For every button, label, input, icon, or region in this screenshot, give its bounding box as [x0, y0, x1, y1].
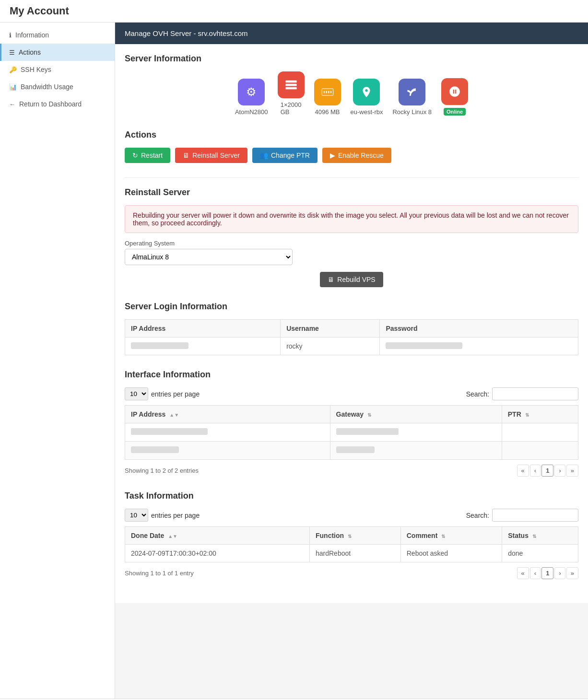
restart-button[interactable]: ↻ Restart — [125, 148, 170, 163]
ptr-icon: 👥 — [260, 152, 268, 159]
sidebar-item-dashboard[interactable]: ← Return to Dashboard — [0, 95, 115, 113]
task-col-function: Function ⇅ — [309, 527, 400, 545]
blur-gw-2 — [336, 446, 375, 453]
storage-icon-box — [278, 71, 305, 98]
sidebar-label-ssh-keys: SSH Keys — [21, 66, 51, 73]
storage-label: 1×2000GB — [281, 101, 302, 116]
task-comment: Reboot asked — [400, 545, 502, 562]
task-table-controls: 10 25 50 entries per page Search: — [125, 509, 578, 522]
rebuild-icon: 🖥 — [328, 276, 334, 283]
actions-buttons: ↻ Restart 🖥 Reinstall Server 👥 Change PT… — [125, 148, 578, 163]
task-page-nav: « ‹ 1 › » — [517, 567, 578, 579]
svg-rect-7 — [330, 91, 331, 93]
task-page-last[interactable]: » — [566, 567, 578, 579]
task-pagination-info: Showing 1 to 1 of 1 entry — [125, 570, 194, 577]
task-entries-label: entries per page — [151, 512, 200, 519]
server-icons: ⚙ AtomN2800 1×2000GB — [125, 71, 578, 116]
interface-col-ip: IP Address ▲▼ — [125, 406, 330, 423]
table-row — [125, 442, 578, 460]
interface-table-controls: 10 25 50 entries per page Search: — [125, 387, 578, 400]
icon-location: eu-west-rbx — [351, 79, 383, 116]
task-page-1[interactable]: 1 — [541, 567, 553, 579]
interface-entries-dropdown[interactable]: 10 25 50 — [125, 387, 148, 400]
login-info-title: Server Login Information — [125, 302, 578, 312]
task-entries-dropdown[interactable]: 10 25 50 — [125, 509, 148, 522]
key-icon: 🔑 — [9, 66, 17, 73]
interface-search-input[interactable] — [492, 387, 578, 400]
sidebar-label-bandwidth: Bandwidth Usage — [21, 83, 73, 91]
os-icon-box — [399, 79, 425, 105]
os-label: Operating System — [125, 240, 578, 247]
task-search-box: Search: — [466, 509, 578, 522]
page-header: Manage OVH Server - srv.ovhtest.com — [115, 23, 588, 44]
login-info-table: IP Address Username Password rocky — [125, 319, 578, 355]
task-page-next[interactable]: › — [554, 567, 565, 579]
sidebar-item-ssh-keys[interactable]: 🔑 SSH Keys — [0, 61, 115, 78]
login-info-section: Server Login Information IP Address User… — [125, 302, 578, 355]
interface-row1-ip — [125, 423, 330, 442]
rebuild-vps-button[interactable]: 🖥 Rebuild VPS — [320, 272, 383, 287]
table-row: 2024-07-09T17:00:30+02:00 hardReboot Reb… — [125, 545, 578, 562]
interface-entries-label: entries per page — [151, 390, 200, 398]
enable-rescue-button[interactable]: ▶ Enable Rescue — [322, 148, 391, 163]
svg-rect-2 — [285, 87, 296, 90]
icon-ram: 4096 MB — [314, 79, 341, 116]
icon-status: Online — [441, 78, 468, 116]
sidebar-item-actions[interactable]: ☰ Actions — [0, 44, 115, 61]
sidebar-item-information[interactable]: ℹ Information — [0, 26, 115, 44]
svg-rect-4 — [323, 91, 324, 93]
online-badge: Online — [444, 108, 466, 116]
reinstall-server-button[interactable]: 🖥 Reinstall Server — [175, 148, 247, 163]
reinstall-title: Reinstall Server — [125, 187, 578, 198]
task-info-title: Task Information — [125, 491, 578, 501]
reinstall-section: Reinstall Server Rebuilding your server … — [125, 187, 578, 287]
os-form-group: Operating System AlmaLinux 8 Ubuntu 22.0… — [125, 240, 578, 265]
task-col-done-date: Done Date ▲▼ — [125, 527, 310, 545]
sort-icon-ptr: ⇅ — [525, 412, 529, 418]
interface-page-last[interactable]: » — [566, 465, 578, 477]
sort-status: ⇅ — [532, 534, 536, 539]
task-search-input[interactable] — [492, 509, 578, 522]
login-ip-cell — [125, 338, 281, 355]
interface-search-box: Search: — [466, 387, 578, 400]
sort-icon-gateway: ⇅ — [367, 412, 371, 418]
restart-icon: ↻ — [132, 152, 138, 159]
sidebar-item-bandwidth[interactable]: 📊 Bandwidth Usage — [0, 78, 115, 95]
icon-os: Rocky Linux 8 — [392, 79, 432, 116]
task-status: done — [502, 545, 578, 562]
interface-row2-gateway — [330, 442, 502, 460]
interface-page-1[interactable]: 1 — [541, 465, 553, 477]
task-col-status: Status ⇅ — [502, 527, 578, 545]
svg-rect-6 — [328, 91, 329, 93]
atom-icon-box: ⚙ — [238, 79, 265, 105]
rescue-icon: ▶ — [330, 152, 335, 159]
interface-page-first[interactable]: « — [517, 465, 529, 477]
atom-label: AtomN2800 — [235, 108, 268, 116]
task-table: Done Date ▲▼ Function ⇅ Comment ⇅ — [125, 526, 578, 562]
task-done-date: 2024-07-09T17:00:30+02:00 — [125, 545, 310, 562]
blurred-password — [386, 342, 462, 349]
sidebar-label-dashboard: Return to Dashboard — [19, 100, 82, 108]
interface-row1-gateway — [330, 423, 502, 442]
interface-pagination-info: Showing 1 to 2 of 2 entries — [125, 467, 199, 474]
icon-atom: ⚙ AtomN2800 — [235, 79, 268, 116]
interface-page-prev[interactable]: ‹ — [530, 465, 541, 477]
interface-entries-select: 10 25 50 entries per page — [125, 387, 200, 400]
task-page-first[interactable]: « — [517, 567, 529, 579]
interface-search-label: Search: — [466, 390, 489, 398]
actions-icon: ☰ — [9, 49, 15, 56]
os-select[interactable]: AlmaLinux 8 Ubuntu 22.04 Debian 11 CentO… — [125, 249, 293, 265]
blur-ip-2 — [131, 446, 179, 453]
task-function: hardReboot — [309, 545, 400, 562]
svg-rect-5 — [326, 91, 327, 93]
interface-page-next[interactable]: › — [554, 465, 565, 477]
rebuild-btn-wrap: 🖥 Rebuild VPS — [125, 272, 578, 287]
blur-ip-1 — [131, 428, 208, 435]
change-ptr-button[interactable]: 👥 Change PTR — [252, 148, 318, 163]
blur-gw-1 — [336, 428, 399, 435]
icon-storage: 1×2000GB — [278, 71, 305, 116]
interface-page-nav: « ‹ 1 › » — [517, 465, 578, 477]
task-page-prev[interactable]: ‹ — [530, 567, 541, 579]
task-pagination-row: Showing 1 to 1 of 1 entry « ‹ 1 › » — [125, 567, 578, 579]
sidebar-label-information: Information — [15, 31, 49, 39]
